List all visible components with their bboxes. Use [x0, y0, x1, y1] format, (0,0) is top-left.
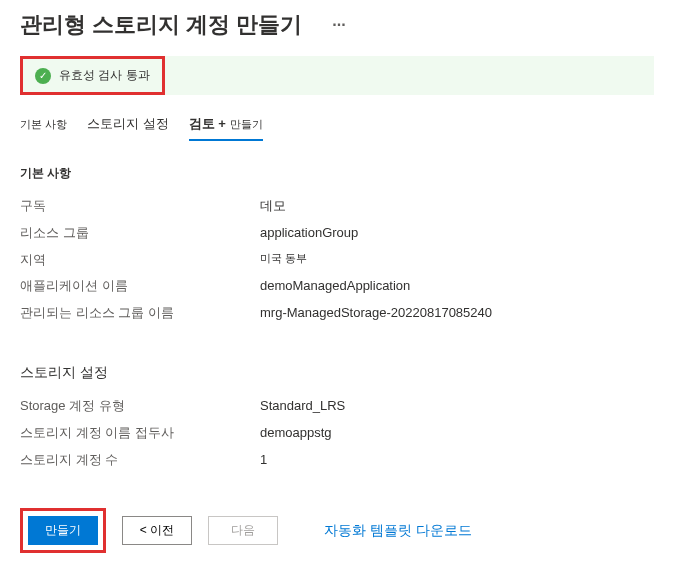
tab-review-create[interactable]: 검토 + 만들기 [189, 115, 263, 141]
label-storage-count: 스토리지 계정 수 [20, 450, 260, 471]
value-app-name: demoManagedApplication [260, 276, 410, 297]
value-managed-rg: mrg-ManagedStorage-20220817085240 [260, 303, 492, 324]
section-storage-heading: 스토리지 설정 [20, 364, 654, 382]
tab-review-label: 검토 + [189, 116, 226, 131]
download-template-link[interactable]: 자동화 템플릿 다운로드 [324, 522, 472, 540]
detail-row: 애플리케이션 이름 demoManagedApplication [20, 276, 654, 297]
detail-row: 지역 미국 동부 [20, 250, 654, 271]
ellipsis-icon[interactable]: ··· [332, 16, 345, 34]
section-basic-heading: 기본 사항 [20, 165, 654, 182]
validation-highlight: ✓ 유효성 검사 통과 [20, 56, 165, 95]
detail-row: 구독 데모 [20, 196, 654, 217]
validation-banner: ✓ 유효성 검사 통과 [20, 56, 654, 95]
create-button[interactable]: 만들기 [28, 516, 98, 545]
validation-message: 유효성 검사 통과 [59, 67, 150, 84]
label-storage-prefix: 스토리지 계정 이름 접두사 [20, 423, 260, 444]
footer: 만들기 < 이전 다음 자동화 템플릿 다운로드 [20, 508, 472, 553]
page-title: 관리형 스토리지 계정 만들기 ··· [20, 10, 654, 40]
detail-row: 리소스 그룹 applicationGroup [20, 223, 654, 244]
create-button-highlight: 만들기 [20, 508, 106, 553]
value-resource-group: applicationGroup [260, 223, 358, 244]
label-region: 지역 [20, 250, 260, 271]
previous-button[interactable]: < 이전 [122, 516, 192, 545]
detail-row: Storage 계정 유형 Standard_LRS [20, 396, 654, 417]
label-resource-group: 리소스 그룹 [20, 223, 260, 244]
detail-row: 스토리지 계정 이름 접두사 demoappstg [20, 423, 654, 444]
tab-storage[interactable]: 스토리지 설정 [87, 115, 169, 139]
value-subscription: 데모 [260, 196, 286, 217]
value-account-type: Standard_LRS [260, 396, 345, 417]
label-account-type: Storage 계정 유형 [20, 396, 260, 417]
tab-create-sublabel: 만들기 [230, 118, 263, 130]
next-button: 다음 [208, 516, 278, 545]
label-subscription: 구독 [20, 196, 260, 217]
tabs: 기본 사항 스토리지 설정 검토 + 만들기 [20, 115, 654, 141]
label-app-name: 애플리케이션 이름 [20, 276, 260, 297]
detail-row: 스토리지 계정 수 1 [20, 450, 654, 471]
check-icon: ✓ [35, 68, 51, 84]
value-region: 미국 동부 [260, 250, 307, 271]
tab-basic[interactable]: 기본 사항 [20, 117, 67, 138]
page-title-text: 관리형 스토리지 계정 만들기 [20, 10, 302, 40]
label-managed-rg: 관리되는 리소스 그룹 이름 [20, 303, 260, 324]
value-storage-count: 1 [260, 450, 267, 471]
value-storage-prefix: demoappstg [260, 423, 332, 444]
detail-row: 관리되는 리소스 그룹 이름 mrg-ManagedStorage-202208… [20, 303, 654, 324]
